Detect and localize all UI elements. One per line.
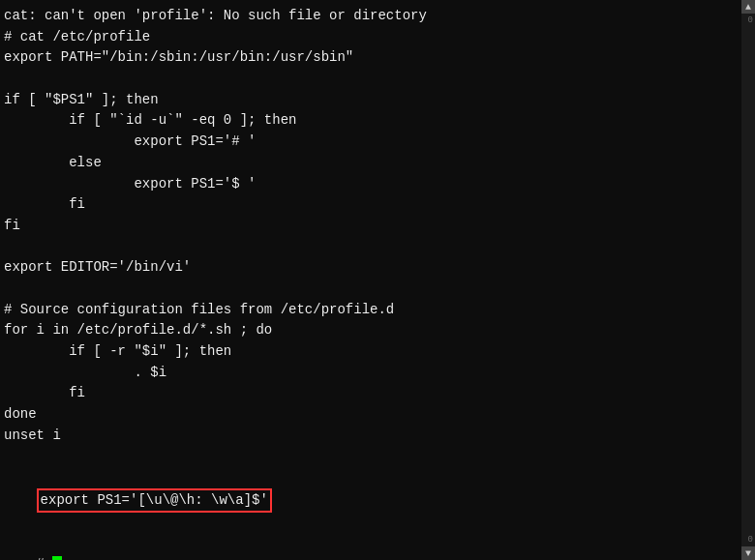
output-line-15: # Source configuration files from /etc/p… bbox=[4, 300, 751, 321]
blank-line-3 bbox=[4, 279, 751, 300]
output-line-18: . $i bbox=[4, 363, 751, 384]
output-line-8: else bbox=[4, 153, 751, 174]
blank-line-4 bbox=[4, 446, 751, 467]
output-line-2: # cat /etc/profile bbox=[4, 27, 751, 48]
output-line-10: fi bbox=[4, 194, 751, 216]
output-line-6: if [ "`id -u`" -eq 0 ]; then bbox=[4, 110, 751, 132]
scroll-track: 0 0 bbox=[741, 14, 755, 546]
output-line-7: export PS1='# ' bbox=[4, 132, 751, 153]
export-ps1-highlighted: export PS1='[\u\@\h: \w\a]$' bbox=[37, 488, 272, 513]
terminal: cat: can't open 'profile': No such file … bbox=[0, 0, 755, 560]
output-line-5: if [ "$PS1" ]; then bbox=[4, 90, 751, 111]
output-line-1: cat: can't open 'profile': No such file … bbox=[4, 6, 751, 27]
scrollbar: ▲ 0 0 ▼ bbox=[741, 0, 755, 560]
prompt-hash: # bbox=[37, 556, 53, 560]
blank-line-1 bbox=[4, 69, 751, 90]
prompt-line[interactable]: # bbox=[4, 534, 751, 561]
blank-line-2 bbox=[4, 237, 751, 258]
output-line-20: done bbox=[4, 404, 751, 426]
output-line-16: for i in /etc/profile.d/*.sh ; do bbox=[4, 320, 751, 341]
output-line-11: fi bbox=[4, 216, 751, 237]
scroll-down-button[interactable]: ▼ bbox=[741, 546, 755, 560]
line-number-bottom: 0 bbox=[748, 535, 753, 545]
scroll-up-button[interactable]: ▲ bbox=[741, 0, 755, 14]
output-line-21: unset i bbox=[4, 426, 751, 447]
output-line-3: export PATH="/bin:/sbin:/usr/bin:/usr/sb… bbox=[4, 47, 751, 69]
output-line-13: export EDITOR='/bin/vi' bbox=[4, 257, 751, 279]
cursor-block bbox=[52, 556, 62, 560]
output-line-19: fi bbox=[4, 383, 751, 404]
output-line-9: export PS1='$ ' bbox=[4, 174, 751, 195]
output-line-17: if [ -r "$i" ]; then bbox=[4, 341, 751, 363]
highlighted-export-line: export PS1='[\u\@\h: \w\a]$' bbox=[4, 467, 751, 533]
line-number-top: 0 bbox=[748, 15, 753, 25]
